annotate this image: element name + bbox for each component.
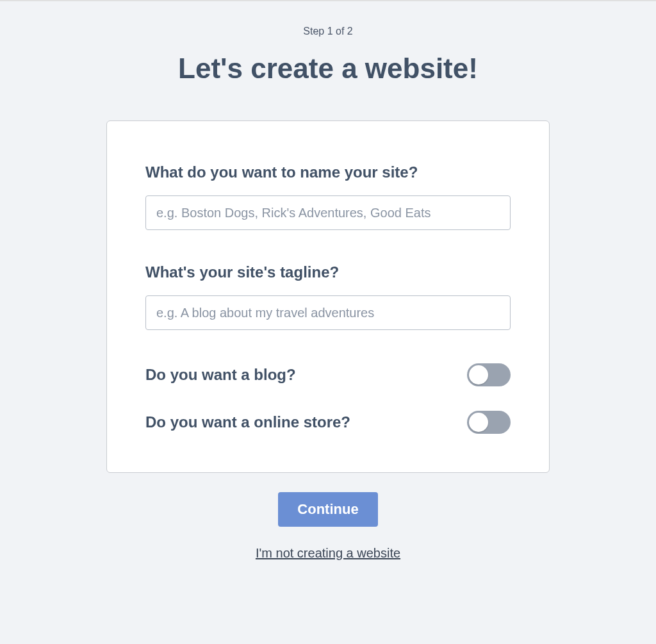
toggle-knob-icon bbox=[469, 413, 488, 432]
blog-toggle[interactable] bbox=[467, 363, 511, 386]
form-card: What do you want to name your site? What… bbox=[106, 120, 550, 473]
site-name-label: What do you want to name your site? bbox=[145, 163, 511, 181]
skip-link[interactable]: I'm not creating a website bbox=[256, 546, 400, 561]
page-title: Let's create a website! bbox=[178, 53, 478, 85]
store-toggle-label: Do you want a online store? bbox=[145, 413, 350, 431]
actions: Continue I'm not creating a website bbox=[256, 492, 400, 561]
tagline-label: What's your site's tagline? bbox=[145, 263, 511, 281]
tagline-group: What's your site's tagline? bbox=[145, 263, 511, 330]
step-indicator: Step 1 of 2 bbox=[303, 26, 352, 37]
site-name-group: What do you want to name your site? bbox=[145, 163, 511, 230]
tagline-input[interactable] bbox=[145, 295, 511, 330]
blog-toggle-row: Do you want a blog? bbox=[145, 363, 511, 386]
toggle-knob-icon bbox=[469, 365, 488, 384]
site-name-input[interactable] bbox=[145, 195, 511, 230]
store-toggle[interactable] bbox=[467, 411, 511, 434]
store-toggle-row: Do you want a online store? bbox=[145, 411, 511, 434]
blog-toggle-label: Do you want a blog? bbox=[145, 366, 296, 384]
continue-button[interactable]: Continue bbox=[278, 492, 377, 527]
page-container: Step 1 of 2 Let's create a website! What… bbox=[0, 1, 656, 561]
